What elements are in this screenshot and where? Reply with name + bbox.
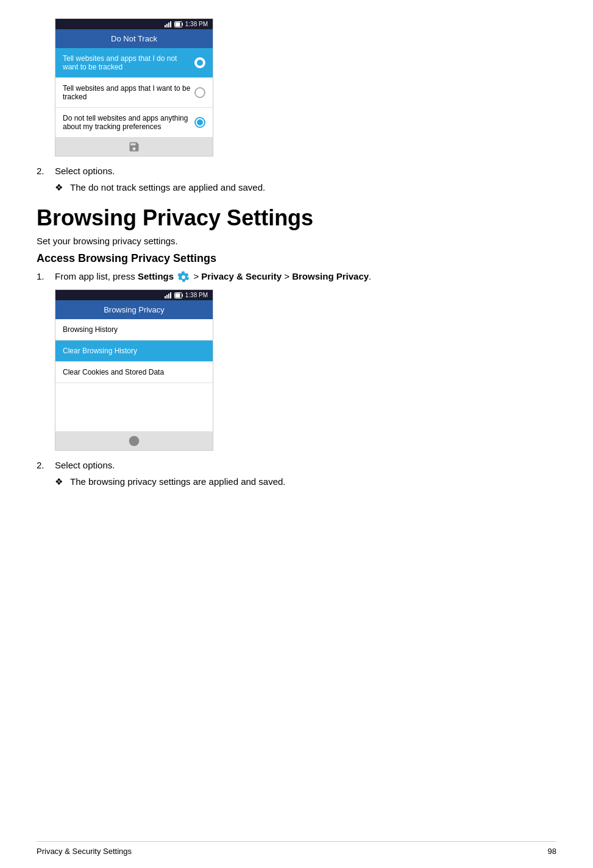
phone2-item-3[interactable]: Clear Cookies and Stored Data — [55, 362, 213, 383]
radio-3 — [194, 117, 205, 128]
time-2: 1:38 PM — [185, 292, 208, 298]
step1-item: 1. From app list, press Settings > Priva… — [37, 271, 556, 283]
svg-rect-1 — [166, 24, 168, 27]
svg-rect-3 — [170, 21, 171, 27]
phone2-item-2-label: Clear Browsing History — [63, 347, 137, 355]
step1-suffix2: > — [282, 271, 292, 281]
footer-left: Privacy & Security Settings — [37, 847, 132, 856]
step1-prefix: From app list, press — [55, 271, 138, 281]
radio-2 — [194, 87, 205, 98]
step2-number: 2. — [37, 166, 55, 176]
svg-rect-12 — [182, 294, 183, 297]
step2-text: Select options. — [55, 166, 115, 176]
phone-mockup-1: 1:38 PM Do Not Track Tell websites and a… — [55, 18, 213, 157]
phone1-bottom-bar — [55, 138, 213, 156]
time-1: 1:38 PM — [185, 21, 208, 27]
phone2-item-2[interactable]: Clear Browsing History — [55, 340, 213, 362]
svg-rect-8 — [166, 295, 168, 298]
phone1-title: Do Not Track — [55, 29, 213, 48]
bullet2-text: The browsing privacy settings are applie… — [70, 476, 286, 487]
sub-heading: Access Browsing Privacy Settings — [37, 252, 556, 265]
phone2-spacer — [55, 383, 213, 432]
step2-item: 2. Select options. — [37, 166, 556, 176]
phone1-item-1[interactable]: Tell websites and apps that I do not wan… — [55, 48, 213, 78]
bullet1-text: The do not track settings are applied an… — [70, 182, 265, 192]
phone2-item-3-label: Clear Cookies and Stored Data — [63, 368, 164, 376]
svg-rect-9 — [168, 294, 169, 298]
page-footer: Privacy & Security Settings 98 — [37, 841, 556, 856]
phone1-item-2-label: Tell websites and apps that I want to be… — [63, 84, 194, 101]
svg-point-14 — [130, 437, 139, 446]
status-bar-1: 1:38 PM — [55, 19, 213, 29]
step1-browsing: Browsing Privacy — [292, 271, 369, 281]
phone-mockup-2: 1:38 PM Browsing Privacy Browsing Histor… — [55, 289, 213, 451]
svg-rect-2 — [168, 23, 169, 27]
svg-rect-10 — [170, 292, 171, 298]
phone1-item-3-label: Do not tell websites and apps anything a… — [63, 114, 194, 131]
bullet1: ❖ The do not track settings are applied … — [55, 182, 556, 193]
phone2-bottom-bar — [55, 432, 213, 450]
step2b-number: 2. — [37, 460, 55, 470]
phone2-item-1-label: Browsing History — [63, 325, 118, 334]
status-bar-2: 1:38 PM — [55, 290, 213, 300]
section-desc: Set your browsing privacy settings. — [37, 236, 556, 246]
svg-rect-6 — [175, 22, 180, 26]
phone2-title: Browsing Privacy — [55, 300, 213, 319]
step2b-text: Select options. — [55, 460, 115, 470]
step1-text: From app list, press Settings > Privacy … — [55, 271, 371, 283]
phone1-item-2[interactable]: Tell websites and apps that I want to be… — [55, 78, 213, 108]
step1-settings: Settings — [138, 271, 174, 281]
bullet-symbol-1: ❖ — [55, 182, 70, 193]
section-main-title: Browsing Privacy Settings — [37, 205, 556, 231]
phone1-item-3[interactable]: Do not tell websites and apps anything a… — [55, 108, 213, 138]
step1-number: 1. — [37, 271, 55, 281]
footer-right: 98 — [548, 847, 556, 856]
step2b-item: 2. Select options. — [37, 460, 556, 470]
step1-end: . — [369, 271, 371, 281]
svg-rect-13 — [175, 293, 180, 297]
svg-rect-0 — [165, 25, 166, 27]
svg-rect-7 — [165, 296, 166, 298]
step1-suffix1: > — [193, 271, 201, 281]
phone1-item-1-label: Tell websites and apps that I do not wan… — [63, 54, 194, 71]
step1-privacy: Privacy & Security — [201, 271, 282, 281]
svg-rect-5 — [182, 23, 183, 26]
radio-1 — [194, 57, 205, 68]
bullet2: ❖ The browsing privacy settings are appl… — [55, 476, 556, 487]
phone2-item-1[interactable]: Browsing History — [55, 319, 213, 340]
bullet-symbol-2: ❖ — [55, 476, 70, 487]
